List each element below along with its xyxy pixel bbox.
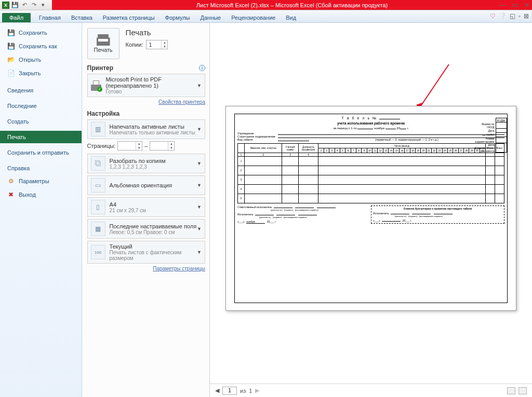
ribbon-tabs: Файл Главная Вставка Разметка страницы Ф…: [0, 10, 532, 23]
chevron-down-icon: ▼: [197, 127, 202, 132]
qat-dropdown-icon[interactable]: ▾: [39, 2, 47, 9]
tab-page-layout[interactable]: Разметка страницы: [98, 13, 160, 22]
nav-recent[interactable]: Последние: [0, 100, 82, 112]
title-text: Лист Microsoft Excel (2).xlsx – Microsof…: [196, 2, 388, 8]
period-pre: за период с 1 по: [333, 127, 357, 130]
pages-to-sep: –: [144, 143, 148, 149]
setting-collate[interactable]: ⿻ Разобрать по копиям1,2,3 1,2,3 1,2,3 ▼: [87, 154, 205, 173]
tab-view[interactable]: Вид: [281, 13, 301, 22]
nav-exit[interactable]: ✖Выход: [0, 188, 82, 201]
nav-save-send[interactable]: Сохранить и отправить: [0, 146, 82, 159]
print-settings-panel: Печать Печать Копии: 1▲▼ Принтерi ✓ Micr…: [82, 23, 210, 397]
kody-label: Дата формирования документа: [473, 143, 496, 153]
close-doc-icon: 📄: [7, 70, 15, 77]
prev-page-icon[interactable]: ◀: [215, 387, 219, 394]
nav-options[interactable]: ⚙Параметры: [0, 174, 82, 188]
setting-paper-size[interactable]: ▯ A421 см x 29,7 см ▼: [87, 197, 205, 217]
minimize-icon[interactable]: —: [499, 1, 506, 9]
kody-label: Форма по ОКУД: [473, 122, 496, 129]
tab-home[interactable]: Главная: [34, 13, 66, 22]
setting-scaling[interactable]: 100 ТекущийПечать листов с фактическим р…: [87, 241, 205, 264]
setting-title: Напечатать активные листы: [110, 124, 195, 130]
page-total: 1: [249, 388, 252, 394]
title-text-band: Лист Microsoft Excel (2).xlsx – Microsof…: [52, 0, 532, 10]
nav-label: Закрыть: [19, 70, 41, 76]
period-year-suf: г.: [407, 127, 409, 130]
field-label: Вид табеля: [237, 138, 278, 141]
down-icon[interactable]: ▼: [162, 45, 167, 49]
nav-label: Сведения: [7, 87, 33, 93]
setting-sub: Печать листов с фактическим размером: [110, 250, 202, 261]
nav-help[interactable]: Справка: [0, 162, 82, 174]
setting-print-active[interactable]: ▥ Напечатать активные листыНапечатать то…: [87, 119, 205, 139]
sheets-icon: ▥: [91, 122, 105, 136]
nav-print[interactable]: Печать: [0, 131, 82, 143]
nav-open[interactable]: 📂Открыть: [0, 53, 82, 66]
printer-selector[interactable]: ✓ Microsoft Print to PDF (перенаправлено…: [87, 74, 205, 97]
page-number-input[interactable]: [222, 387, 237, 395]
ribbon-restore-icon[interactable]: ▫: [518, 12, 521, 20]
tab-review[interactable]: Рецензирование: [226, 13, 281, 22]
setting-title: Текущий: [110, 243, 202, 250]
tab-formulas[interactable]: Формулы: [160, 13, 195, 22]
foot-isp: Исполнитель: [237, 213, 253, 216]
nav-save-as[interactable]: 💾Сохранить как: [0, 39, 82, 53]
setting-sub: 21 см x 29,7 см: [110, 208, 146, 213]
open-icon: 📂: [7, 56, 15, 63]
file-tab[interactable]: Файл: [2, 13, 31, 22]
exit-icon: ✖: [7, 191, 15, 198]
preview-viewport: КОДЫ Форма по ОКУД Дата по ОКПО Номер ко…: [210, 23, 532, 384]
nav-save[interactable]: 💾Сохранить: [0, 26, 82, 39]
print-button[interactable]: Печать: [87, 28, 119, 59]
setting-sub: 1,2,3 1,2,3 1,2,3: [110, 164, 166, 170]
print-heading: Печать: [126, 28, 168, 37]
pages-to-input[interactable]: ▲▼: [150, 141, 175, 150]
copies-value: 1: [149, 42, 152, 48]
save-icon[interactable]: 💾: [11, 2, 19, 9]
show-margins-icon[interactable]: [507, 387, 515, 394]
setting-margins[interactable]: ▦ Последние настраиваемые поляЛевое: 0,5…: [87, 219, 205, 239]
pages-from-input[interactable]: ▲▼: [117, 141, 142, 150]
help-icon[interactable]: ❔: [499, 12, 507, 20]
redo-icon[interactable]: ↷: [30, 2, 37, 9]
up-icon[interactable]: ▲: [162, 40, 167, 45]
printer-device-icon: ✓: [91, 80, 102, 91]
setting-title: Последние настраиваемые поля: [110, 223, 197, 229]
svg-line-0: [419, 64, 449, 109]
nav-close[interactable]: 📄Закрыть: [0, 66, 82, 80]
ribbon-min-icon[interactable]: ◱: [510, 12, 515, 20]
ribbon-close-icon[interactable]: ⊠: [524, 12, 529, 20]
printer-properties-link[interactable]: Свойства принтера: [87, 99, 205, 105]
page-setup-link[interactable]: Параметры страницы: [87, 266, 205, 271]
nav-label: Сохранить как: [19, 43, 57, 49]
nav-label: Сохранить и отправить: [7, 149, 69, 156]
th-tab: Учетный номер: [282, 144, 298, 153]
zoom-to-page-icon[interactable]: [518, 387, 527, 394]
setting-orientation[interactable]: ▭ Альбомная ориентация ▼: [87, 175, 205, 195]
kody-label: Дата: [473, 129, 496, 133]
setting-title: Разобрать по копиям: [110, 158, 166, 164]
next-page-icon[interactable]: ▶: [255, 387, 259, 394]
save-as-icon: 💾: [7, 43, 15, 50]
gear-icon: ⚙: [7, 177, 15, 185]
info-icon[interactable]: i: [199, 65, 205, 71]
copies-input[interactable]: 1▲▼: [146, 40, 168, 49]
undo-icon[interactable]: ↶: [21, 2, 28, 9]
printer-status: Готово: [105, 89, 202, 94]
heart-icon[interactable]: ♡: [490, 12, 496, 20]
timesheet-table: Фамилия, имя, отчество Учетный номер Дол…: [237, 143, 504, 203]
scale-icon: 100: [91, 245, 105, 259]
tab-insert[interactable]: Вставка: [66, 13, 98, 22]
maximize-icon[interactable]: ▭: [512, 1, 518, 9]
title-bar: X 💾 ↶ ↷ ▾ | ▾ Лист Microsoft Excel (2).x…: [0, 0, 532, 10]
nav-label: Создать: [7, 118, 29, 125]
nav-new[interactable]: Создать: [0, 115, 82, 128]
nav-info[interactable]: Сведения: [0, 84, 82, 97]
tab-data[interactable]: Данные: [195, 13, 226, 22]
settings-heading: Настройка: [87, 110, 120, 117]
backstage: 💾Сохранить 💾Сохранить как 📂Открыть 📄Закр…: [0, 23, 532, 397]
close-icon[interactable]: ✕: [524, 1, 530, 9]
margins-icon: ▦: [91, 222, 105, 236]
period-month: ноября: [374, 127, 384, 130]
doc-subtitle: учета использования рабочего времени: [237, 121, 504, 125]
